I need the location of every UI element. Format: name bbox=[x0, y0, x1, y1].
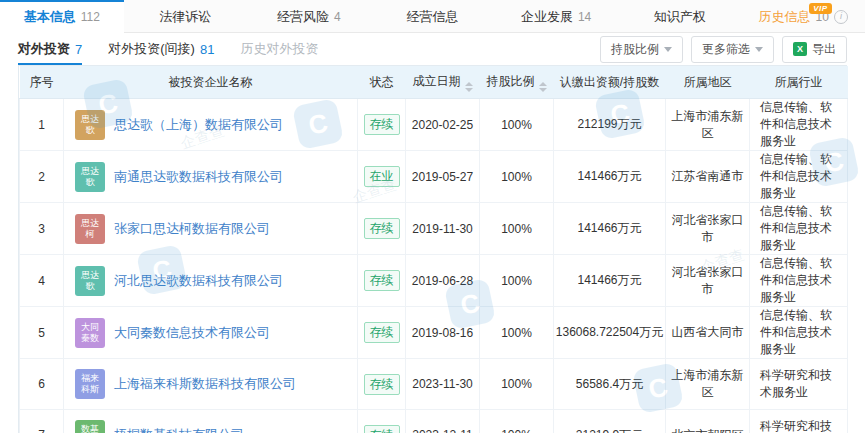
cell-date: 2023-11-30 bbox=[406, 359, 480, 410]
subtab-outbound-investment[interactable]: 对外投资7 bbox=[18, 33, 82, 65]
cell-ratio: 100% bbox=[480, 99, 554, 151]
header-label: 所属地区 bbox=[684, 75, 732, 89]
cell-ratio: 100% bbox=[480, 359, 554, 410]
table-row: 4思达歌河北思达歌数据科技有限公司存续2019-06-28100%141466万… bbox=[20, 255, 848, 307]
tab-basic-info[interactable]: 基本信息112 bbox=[0, 0, 124, 32]
company-link[interactable]: 思达歌（上海）数据有限公司 bbox=[114, 116, 283, 134]
tab-label: 历史信息 bbox=[759, 8, 811, 26]
company-link[interactable]: 大同秦数信息技术有限公司 bbox=[114, 324, 270, 342]
company-link[interactable]: 张家口思达柯数据有限公司 bbox=[114, 220, 270, 238]
subtab-history-outbound-investment[interactable]: 历史对外投资 bbox=[240, 33, 318, 65]
status-badge: 在业 bbox=[364, 166, 400, 187]
cell-amount: 141466万元 bbox=[554, 151, 666, 203]
company-link[interactable]: 上海福来科斯数据科技有限公司 bbox=[114, 375, 296, 393]
cell-amount: 141466万元 bbox=[554, 255, 666, 307]
subtab-label: 对外投资(间接) bbox=[108, 40, 195, 58]
info-icon: i bbox=[834, 10, 848, 24]
sub-toolbar: 对外投资7对外投资(间接)81历史对外投资 持股比例 更多筛选 X 导出 bbox=[0, 33, 865, 65]
company-avatar[interactable]: 福来科斯 bbox=[75, 369, 105, 399]
investment-table-wrap: 序号被投资企业名称状态成立日期持股比例认缴出资额/持股数所属地区所属行业 1思达… bbox=[18, 65, 847, 433]
company-avatar[interactable]: 数基科技 bbox=[75, 420, 105, 433]
cell-date: 2023-12-11 bbox=[406, 410, 480, 433]
tab-operation-info[interactable]: 经营信息 bbox=[371, 0, 495, 32]
company-avatar[interactable]: 思达歌 bbox=[75, 162, 105, 192]
cell-no: 2 bbox=[20, 151, 64, 203]
cell-amount: 136068.722504万元 bbox=[554, 307, 666, 359]
company-link[interactable]: 南通思达歌数据科技有限公司 bbox=[114, 168, 283, 186]
header-date[interactable]: 成立日期 bbox=[406, 66, 480, 99]
tab-count: 4 bbox=[334, 10, 341, 24]
investment-table: 序号被投资企业名称状态成立日期持股比例认缴出资额/持股数所属地区所属行业 1思达… bbox=[19, 66, 848, 433]
cell-date: 2019-06-28 bbox=[406, 255, 480, 307]
sort-desc-icon bbox=[539, 88, 547, 92]
tab-legal-litigation[interactable]: 法律诉讼 bbox=[124, 0, 248, 32]
cell-no: 1 bbox=[20, 99, 64, 151]
toolbar-actions: 持股比例 更多筛选 X 导出 bbox=[600, 36, 847, 63]
sort-icon[interactable] bbox=[465, 82, 473, 92]
status-badge: 存续 bbox=[364, 322, 400, 343]
header-region: 所属地区 bbox=[666, 66, 750, 99]
sort-icon[interactable] bbox=[539, 82, 547, 92]
more-filters-button[interactable]: 更多筛选 bbox=[691, 36, 774, 63]
header-label: 所属行业 bbox=[775, 75, 823, 89]
company-name-wrap: 思达柯张家口思达柯数据有限公司 bbox=[65, 214, 356, 244]
shareholding-ratio-filter-button[interactable]: 持股比例 bbox=[600, 36, 683, 63]
tab-operation-risk[interactable]: 经营风险4 bbox=[247, 0, 371, 32]
header-amount: 认缴出资额/持股数 bbox=[554, 66, 666, 99]
cell-date: 2019-11-30 bbox=[406, 203, 480, 255]
table-row: 3思达柯张家口思达柯数据有限公司存续2019-11-30100%141466万元… bbox=[20, 203, 848, 255]
tab-label: 基本信息 bbox=[24, 8, 76, 26]
more-filters-label: 更多筛选 bbox=[702, 41, 750, 58]
sort-asc-icon bbox=[465, 82, 473, 86]
company-link[interactable]: 梧桐数基科技有限公司 bbox=[114, 426, 244, 433]
header-label: 被投资企业名称 bbox=[169, 75, 253, 89]
cell-name: 思达柯张家口思达柯数据有限公司 bbox=[64, 203, 358, 255]
tab-history-info[interactable]: 历史信息10VIPi bbox=[741, 0, 865, 32]
tab-count: 112 bbox=[81, 10, 100, 24]
avatar-line1: 福来 bbox=[81, 373, 99, 384]
export-button[interactable]: X 导出 bbox=[782, 36, 847, 63]
tab-count: 14 bbox=[578, 10, 591, 24]
company-avatar[interactable]: 大同秦数 bbox=[75, 318, 105, 348]
status-badge: 存续 bbox=[364, 114, 400, 135]
company-avatar[interactable]: 思达柯 bbox=[75, 214, 105, 244]
status-badge: 存续 bbox=[364, 218, 400, 239]
company-avatar[interactable]: 思达歌 bbox=[75, 266, 105, 296]
excel-export-icon: X bbox=[793, 42, 807, 56]
header-label: 成立日期 bbox=[413, 74, 461, 88]
subtab-count: 81 bbox=[200, 42, 214, 57]
sort-asc-icon bbox=[539, 82, 547, 86]
status-badge: 存续 bbox=[364, 270, 400, 291]
avatar-line1: 思达 bbox=[81, 166, 99, 177]
table-row: 6福来科斯上海福来科斯数据科技有限公司存续2023-11-30100%56586… bbox=[20, 359, 848, 410]
tab-intellectual-property[interactable]: 知识产权 bbox=[618, 0, 742, 32]
subtab-count: 7 bbox=[75, 42, 82, 57]
company-link[interactable]: 河北思达歌数据科技有限公司 bbox=[114, 272, 283, 290]
chevron-down-icon bbox=[755, 47, 763, 52]
cell-amount: 141466万元 bbox=[554, 203, 666, 255]
cell-no: 4 bbox=[20, 255, 64, 307]
company-name-wrap: 大同秦数大同秦数信息技术有限公司 bbox=[65, 318, 356, 348]
tab-enterprise-development[interactable]: 企业发展14 bbox=[494, 0, 618, 32]
shareholding-ratio-filter-label: 持股比例 bbox=[611, 41, 659, 58]
table-body: 1思达歌思达歌（上海）数据有限公司存续2020-02-25100%212199万… bbox=[20, 99, 848, 433]
company-name-wrap: 思达歌河北思达歌数据科技有限公司 bbox=[65, 266, 356, 296]
table-row: 7数基科技梧桐数基科技有限公司存续2023-12-11100%21219.9万元… bbox=[20, 410, 848, 433]
cell-amount: 212199万元 bbox=[554, 99, 666, 151]
vip-badge: VIP bbox=[809, 3, 831, 14]
cell-ratio: 100% bbox=[480, 203, 554, 255]
cell-no: 6 bbox=[20, 359, 64, 410]
company-name-wrap: 福来科斯上海福来科斯数据科技有限公司 bbox=[65, 369, 356, 399]
sort-desc-icon bbox=[465, 88, 473, 92]
tab-label: 法律诉讼 bbox=[159, 8, 211, 26]
header-ratio[interactable]: 持股比例 bbox=[480, 66, 554, 99]
subtab-label: 对外投资 bbox=[18, 40, 70, 58]
avatar-line1: 数基 bbox=[81, 424, 99, 433]
cell-industry: 信息传输、软件和信息技术服务业 bbox=[750, 203, 848, 255]
header-name: 被投资企业名称 bbox=[64, 66, 358, 99]
table-row: 5大同秦数大同秦数信息技术有限公司存续2019-08-16100%136068.… bbox=[20, 307, 848, 359]
cell-name: 大同秦数大同秦数信息技术有限公司 bbox=[64, 307, 358, 359]
company-avatar[interactable]: 思达歌 bbox=[75, 110, 105, 140]
subtab-outbound-investment-indirect[interactable]: 对外投资(间接)81 bbox=[108, 33, 214, 65]
tab-label: 经营信息 bbox=[407, 8, 459, 26]
